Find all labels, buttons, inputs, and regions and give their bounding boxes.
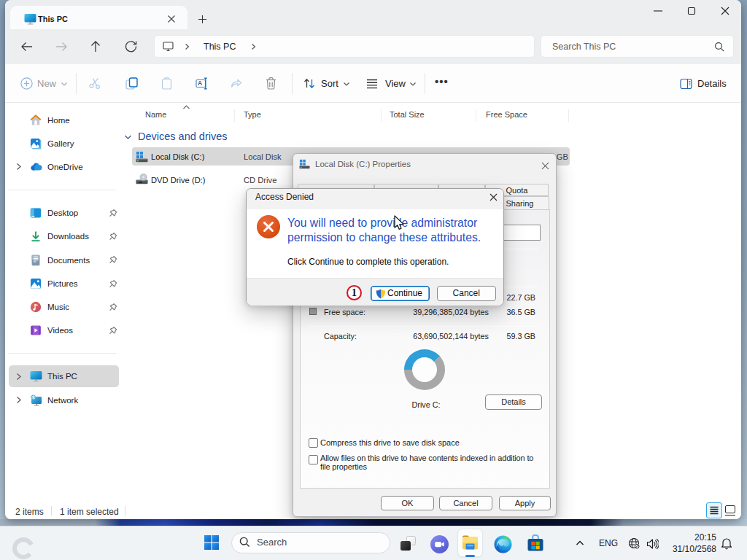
svg-text:A: A <box>198 79 202 87</box>
